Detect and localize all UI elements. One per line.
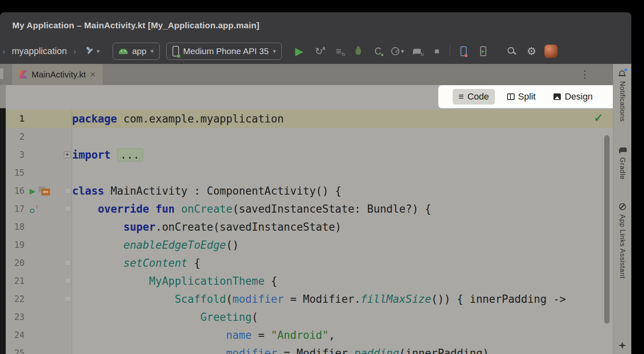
line-number[interactable]: 20 bbox=[6, 258, 25, 268]
tab-options-menu-icon[interactable]: ⋮ bbox=[580, 69, 590, 79]
code-text[interactable]: modifier = Modifier.padding(innerPadding… bbox=[72, 344, 613, 354]
line-number[interactable]: 22 bbox=[6, 294, 25, 304]
settings-button[interactable]: ⚙ bbox=[525, 44, 538, 58]
tab-mainactivity[interactable]: MainActivity.kt × bbox=[12, 64, 102, 85]
code-line[interactable]: 17↑ override fun onCreate(savedInstanceS… bbox=[6, 200, 613, 218]
line-number[interactable]: 1 bbox=[6, 114, 25, 124]
running-devices-button[interactable]: ▶ bbox=[476, 44, 490, 58]
apply-code-changes-button[interactable]: ≡↻ bbox=[332, 44, 345, 58]
sync-project-button[interactable]: ↻ bbox=[410, 44, 424, 58]
code-text[interactable] bbox=[72, 128, 613, 146]
code-area[interactable]: 1package com.example.myapplication23+imp… bbox=[6, 85, 613, 354]
line-number[interactable]: 21 bbox=[6, 276, 25, 286]
apply-changes-button[interactable]: ↻A bbox=[312, 44, 325, 58]
code-text[interactable]: name = "Android", bbox=[72, 326, 613, 344]
profiler-button[interactable]: ▾ bbox=[391, 44, 404, 58]
mode-button-design[interactable]: Design bbox=[548, 89, 598, 104]
gutter[interactable]: 20 bbox=[6, 254, 72, 272]
code-text[interactable]: setContent { bbox=[72, 254, 613, 272]
gutter[interactable]: 22 bbox=[6, 290, 72, 308]
line-number[interactable]: 15 bbox=[6, 168, 25, 178]
code-line[interactable]: 3+import ... bbox=[6, 146, 613, 164]
gutter[interactable]: 15 bbox=[6, 164, 72, 182]
gradle-elephant-icon[interactable] bbox=[618, 147, 627, 153]
window-title: My Application – MainActivity.kt [My_App… bbox=[12, 20, 259, 30]
code-text[interactable]: MyApplicationTheme { bbox=[72, 272, 613, 290]
debug-button[interactable] bbox=[351, 44, 365, 58]
line-number[interactable]: 19 bbox=[6, 240, 25, 250]
code-editor[interactable]: ≡ Code Split Design ✓ 1package com.examp… bbox=[6, 85, 613, 354]
attach-debugger-button[interactable]: C bbox=[371, 44, 384, 58]
code-text[interactable]: Greeting( bbox=[72, 308, 613, 326]
code-text[interactable]: override fun onCreate(savedInstanceState… bbox=[72, 200, 613, 218]
gutter[interactable]: 16▶<> bbox=[6, 182, 72, 200]
line-number[interactable]: 25 bbox=[6, 348, 25, 354]
run-class-icon[interactable]: ▶ bbox=[29, 187, 36, 195]
code-line[interactable]: 24 name = "Android", bbox=[6, 326, 613, 344]
overrides-method-icon[interactable]: ↑ bbox=[29, 204, 39, 214]
editor-scrollbar[interactable] bbox=[604, 135, 610, 324]
gutter[interactable]: 2 bbox=[6, 128, 72, 146]
code-text[interactable]: class MainActivity : ComponentActivity()… bbox=[72, 182, 613, 200]
gutter[interactable]: 3+ bbox=[6, 146, 72, 164]
code-line[interactable]: 21 MyApplicationTheme { bbox=[6, 272, 613, 290]
fold-marker-icon[interactable] bbox=[65, 188, 70, 193]
stop-button[interactable]: ■ bbox=[430, 44, 443, 58]
mode-button-code[interactable]: ≡ Code bbox=[453, 89, 494, 104]
code-text[interactable]: enableEdgeToEdge() bbox=[72, 236, 613, 254]
mode-button-split[interactable]: Split bbox=[501, 89, 542, 104]
line-number[interactable]: 24 bbox=[6, 330, 25, 340]
line-number[interactable]: 23 bbox=[6, 312, 25, 322]
line-number[interactable]: 2 bbox=[6, 132, 25, 142]
line-number[interactable]: 16 bbox=[6, 186, 25, 196]
run-button[interactable]: ▶ bbox=[293, 44, 306, 58]
code-line[interactable]: 1package com.example.myapplication bbox=[6, 110, 613, 128]
code-line[interactable]: 23 Greeting( bbox=[6, 308, 613, 326]
gemini-star-icon[interactable] bbox=[619, 342, 626, 349]
code-line[interactable]: 20 setContent { bbox=[6, 254, 613, 272]
build-widget[interactable]: ▾ bbox=[85, 47, 100, 56]
gutter[interactable]: 17↑ bbox=[6, 200, 72, 218]
search-button[interactable] bbox=[505, 44, 518, 58]
gutter[interactable]: 24 bbox=[6, 326, 72, 344]
fold-marker-icon[interactable]: + bbox=[64, 152, 70, 158]
gutter[interactable]: 25 bbox=[6, 344, 72, 354]
code-line[interactable]: 22 Scaffold(modifier = Modifier.fillMaxS… bbox=[6, 290, 613, 308]
gutter[interactable]: 18 bbox=[6, 218, 72, 236]
gutter[interactable]: 21 bbox=[6, 272, 72, 290]
code-line[interactable]: 18 super.onCreate(savedInstanceState) bbox=[6, 218, 613, 236]
inspection-ok-icon[interactable]: ✓ bbox=[594, 111, 603, 125]
code-text[interactable]: import ... bbox=[72, 146, 613, 164]
fold-marker-icon[interactable] bbox=[65, 278, 70, 284]
compose-preview-icon[interactable]: <> bbox=[39, 186, 50, 195]
tool-button-notifications[interactable]: Notifications bbox=[618, 81, 626, 122]
device-select[interactable]: Medium Phone API 35 ▾ bbox=[166, 43, 282, 60]
device-manager-button[interactable] bbox=[457, 44, 470, 58]
app-links-icon[interactable] bbox=[619, 203, 626, 210]
fold-marker-icon[interactable] bbox=[65, 206, 70, 211]
gutter[interactable]: 23 bbox=[6, 308, 72, 326]
fold-marker-icon[interactable] bbox=[65, 296, 70, 302]
fold-marker-icon[interactable] bbox=[65, 260, 70, 266]
notifications-bell-icon[interactable] bbox=[619, 70, 626, 77]
code-line[interactable]: 15 bbox=[6, 164, 613, 182]
close-tab-icon[interactable]: × bbox=[90, 70, 95, 79]
line-number[interactable]: 18 bbox=[6, 222, 25, 232]
user-avatar[interactable] bbox=[544, 45, 558, 58]
code-text[interactable] bbox=[72, 164, 613, 182]
code-line[interactable]: 2 bbox=[6, 128, 613, 146]
code-text[interactable]: package com.example.myapplication bbox=[72, 110, 613, 128]
project-breadcrumb[interactable]: myapplication bbox=[12, 46, 67, 57]
tool-button-gradle[interactable]: Gradle bbox=[618, 157, 626, 179]
tool-button-app-links-assistant[interactable]: App Links Assistant bbox=[618, 214, 626, 279]
gutter[interactable]: 19 bbox=[6, 236, 72, 254]
code-line[interactable]: 25 modifier = Modifier.padding(innerPadd… bbox=[6, 344, 613, 354]
gutter[interactable]: 1 bbox=[6, 110, 72, 128]
run-config-select[interactable]: app ▾ bbox=[113, 43, 160, 60]
line-number[interactable]: 3 bbox=[6, 150, 25, 160]
line-number[interactable]: 17 bbox=[6, 204, 25, 214]
code-line[interactable]: 16▶<>class MainActivity : ComponentActiv… bbox=[6, 182, 613, 200]
code-text[interactable]: super.onCreate(savedInstanceState) bbox=[72, 218, 613, 236]
code-line[interactable]: 19 enableEdgeToEdge() bbox=[6, 236, 613, 254]
code-text[interactable]: Scaffold(modifier = Modifier.fillMaxSize… bbox=[72, 290, 613, 308]
